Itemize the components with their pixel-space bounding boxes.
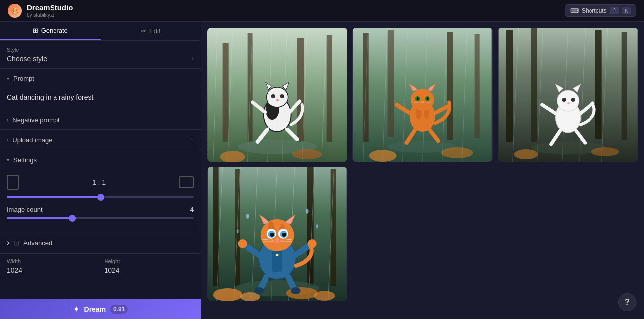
settings-section: ▾ Settings 1 : 1 bbox=[0, 150, 201, 232]
sliders-icon: ⊡ bbox=[13, 239, 19, 247]
dimensions-row: Width 1024 Height 1024 bbox=[0, 254, 201, 279]
svg-rect-1 bbox=[223, 43, 229, 142]
prompt-section: ▾ Prompt Cat dancing in a rainy forest bbox=[0, 69, 201, 110]
svg-rect-89 bbox=[213, 167, 219, 286]
upload-image-section: › Upload image ↑ bbox=[0, 130, 201, 150]
image-count-value: 4 bbox=[190, 206, 194, 213]
svg-point-82 bbox=[571, 98, 575, 102]
negative-prompt-title: Negative prompt bbox=[12, 116, 59, 124]
svg-point-73 bbox=[514, 149, 537, 159]
upload-image-title: Upload image bbox=[12, 136, 52, 144]
height-field: Height 1024 bbox=[105, 258, 194, 274]
width-value: 1024 bbox=[7, 266, 97, 274]
tab-generate[interactable]: ⊞ Generate bbox=[0, 22, 101, 40]
svg-rect-4 bbox=[327, 35, 332, 142]
sidebar: ⊞ Generate ✏ Edit Style Choose style › ▾… bbox=[0, 22, 201, 319]
svg-point-81 bbox=[562, 98, 566, 102]
image-count-slider-thumb[interactable] bbox=[69, 215, 76, 222]
svg-point-104 bbox=[314, 291, 335, 301]
svg-point-42 bbox=[441, 147, 473, 158]
dream-label: Dream bbox=[84, 305, 106, 313]
grid-icon: ⊞ bbox=[33, 27, 38, 34]
svg-point-22 bbox=[271, 94, 275, 98]
aspect-ratio-slider[interactable] bbox=[7, 196, 194, 198]
advanced-section: › ⊡ Advanced bbox=[0, 232, 201, 254]
settings-header[interactable]: ▾ Settings bbox=[0, 150, 201, 170]
aspect-ratio-display: 1 : 1 bbox=[24, 178, 174, 186]
image-card-3[interactable] bbox=[498, 28, 638, 162]
image-card-1[interactable] bbox=[207, 28, 347, 162]
scene-1-svg bbox=[207, 28, 347, 162]
aspect-slider-track bbox=[7, 196, 194, 198]
shortcuts-button[interactable]: ⌨ Shortcuts ⌃ K bbox=[565, 4, 636, 17]
svg-point-41 bbox=[369, 150, 397, 162]
upload-icon[interactable]: ↑ bbox=[190, 136, 194, 144]
svg-point-110 bbox=[261, 219, 294, 251]
portrait-aspect-icon bbox=[7, 175, 19, 190]
svg-rect-63 bbox=[506, 30, 513, 142]
style-value: Choose style bbox=[7, 55, 47, 63]
svg-point-122 bbox=[282, 233, 286, 237]
image-gallery bbox=[201, 22, 644, 319]
svg-point-137 bbox=[306, 209, 309, 214]
scene-1 bbox=[207, 28, 347, 162]
svg-point-23 bbox=[280, 94, 284, 98]
tab-bar: ⊞ Generate ✏ Edit bbox=[0, 22, 201, 41]
shortcut-key-ctrl: ⌃ bbox=[610, 7, 619, 14]
image-count-slider-fill bbox=[7, 217, 72, 219]
dream-credit: 0.91 bbox=[110, 305, 128, 314]
svg-point-109 bbox=[276, 254, 279, 256]
scene-4-svg bbox=[207, 167, 347, 301]
svg-point-135 bbox=[291, 287, 301, 294]
prompt-content: Cat dancing in a rainy forest bbox=[0, 88, 201, 110]
prompt-chevron-icon: ▾ bbox=[7, 76, 9, 81]
image-count-slider-track bbox=[7, 217, 194, 219]
svg-rect-66 bbox=[621, 32, 627, 140]
image-grid bbox=[207, 28, 638, 301]
width-field: Width 1024 bbox=[7, 258, 97, 274]
svg-rect-3 bbox=[297, 38, 304, 142]
settings-title: Settings bbox=[13, 156, 37, 164]
svg-point-139 bbox=[316, 224, 318, 228]
image-4 bbox=[207, 167, 347, 301]
tab-edit[interactable]: ✏ Edit bbox=[101, 22, 201, 40]
svg-point-54 bbox=[427, 97, 429, 100]
landscape-aspect-icon bbox=[179, 176, 194, 188]
aspect-slider-thumb[interactable] bbox=[97, 194, 104, 201]
negative-prompt-chevron-icon: › bbox=[7, 117, 8, 123]
svg-rect-31 bbox=[388, 30, 394, 137]
image-2 bbox=[352, 28, 492, 162]
shortcuts-label: Shortcuts bbox=[582, 7, 607, 14]
style-selector[interactable]: Choose style › bbox=[7, 55, 194, 63]
svg-rect-33 bbox=[475, 34, 480, 138]
logo-area: 🎨 DreamStudio by stability.ai bbox=[8, 3, 73, 18]
prompt-header[interactable]: ▾ Prompt bbox=[0, 69, 201, 88]
style-label: Style bbox=[7, 47, 194, 53]
logo-title: DreamStudio bbox=[27, 3, 73, 12]
dream-button[interactable]: ✦ Dream 0.91 bbox=[0, 299, 201, 319]
settings-chevron-icon: ▾ bbox=[7, 157, 9, 163]
scene-2-svg bbox=[352, 28, 492, 162]
image-card-2[interactable] bbox=[352, 28, 492, 162]
svg-point-83 bbox=[567, 102, 570, 104]
dream-icon: ✦ bbox=[73, 305, 79, 313]
upload-image-header[interactable]: › Upload image ↑ bbox=[0, 130, 201, 150]
svg-rect-91 bbox=[307, 167, 314, 286]
svg-point-101 bbox=[213, 288, 243, 301]
image-count-row: Image count 4 bbox=[7, 206, 194, 213]
image-count-label: Image count bbox=[7, 206, 43, 213]
help-button[interactable]: ? bbox=[618, 293, 636, 311]
logo-text: DreamStudio by stability.ai bbox=[27, 3, 73, 18]
prompt-title: Prompt bbox=[13, 75, 34, 82]
prompt-text[interactable]: Cat dancing in a rainy forest bbox=[7, 92, 194, 103]
width-label: Width bbox=[7, 258, 97, 264]
keyboard-icon: ⌨ bbox=[570, 7, 579, 14]
svg-point-123 bbox=[275, 238, 279, 241]
scene-3-svg bbox=[498, 28, 638, 162]
image-count-slider[interactable] bbox=[7, 217, 194, 219]
image-card-4[interactable] bbox=[207, 167, 347, 301]
svg-point-136 bbox=[246, 214, 249, 219]
logo-subtitle: by stability.ai bbox=[27, 12, 73, 18]
negative-prompt-header[interactable]: › Negative prompt bbox=[0, 110, 201, 129]
advanced-header[interactable]: › ⊡ Advanced bbox=[0, 232, 201, 253]
